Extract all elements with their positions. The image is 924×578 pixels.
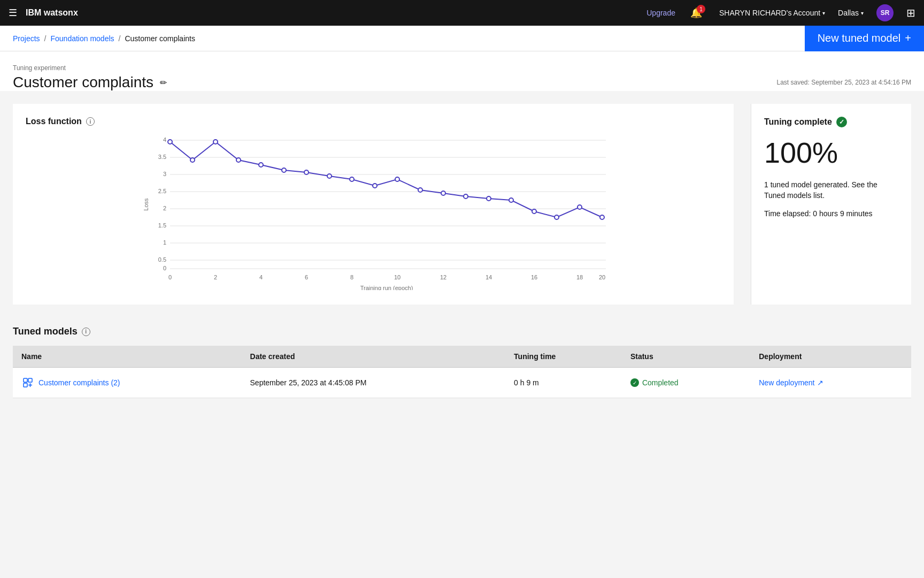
breadcrumb-foundation-models[interactable]: Foundation models xyxy=(50,34,114,43)
model-icon xyxy=(21,376,34,389)
breadcrumb-current: Customer complaints xyxy=(125,34,195,43)
svg-point-27 xyxy=(350,177,354,181)
notifications-bell[interactable]: 🔔 1 xyxy=(690,7,702,19)
upgrade-link[interactable]: Upgrade xyxy=(646,9,675,17)
svg-point-26 xyxy=(327,174,332,178)
notification-badge: 1 xyxy=(697,5,705,13)
svg-point-31 xyxy=(441,191,445,195)
svg-text:4: 4 xyxy=(259,274,263,280)
edit-icon[interactable]: ✏ xyxy=(160,78,167,88)
svg-point-21 xyxy=(213,140,218,144)
region-chevron-icon: ▾ xyxy=(861,10,864,16)
svg-rect-52 xyxy=(28,378,32,382)
region-label: Dallas xyxy=(838,9,859,17)
svg-text:10: 10 xyxy=(394,274,401,280)
last-saved: Last saved: September 25, 2023 at 4:54:1… xyxy=(777,79,912,86)
chart-info-icon[interactable]: i xyxy=(86,117,95,126)
breadcrumb-bar: Projects / Foundation models / Customer … xyxy=(0,26,924,51)
account-chevron-icon: ▾ xyxy=(822,10,825,16)
complete-check-icon: ✓ xyxy=(836,117,847,127)
breadcrumb-projects[interactable]: Projects xyxy=(13,34,40,43)
svg-text:1: 1 xyxy=(163,239,166,246)
svg-text:16: 16 xyxy=(531,274,537,280)
svg-text:14: 14 xyxy=(486,274,492,280)
loss-chart: 4 3.5 3 2.5 2 1.5 1 0.5 0 Loss xyxy=(26,135,721,292)
new-deployment-link[interactable]: New deployment ↗ xyxy=(759,378,903,387)
svg-point-34 xyxy=(509,198,513,202)
svg-text:2: 2 xyxy=(214,274,217,280)
col-date-created: Date created xyxy=(242,346,506,368)
model-name-link[interactable]: Customer complaints (2) xyxy=(21,376,233,389)
svg-point-32 xyxy=(464,194,468,199)
svg-text:20: 20 xyxy=(599,274,605,280)
svg-point-38 xyxy=(600,215,604,219)
svg-point-36 xyxy=(555,215,559,219)
tuned-models-info-icon[interactable]: i xyxy=(82,328,90,336)
svg-text:2.5: 2.5 xyxy=(158,188,166,194)
model-date-cell: September 25, 2023 at 4:45:08 PM xyxy=(242,368,506,398)
side-description: 1 tuned model generated. See the Tuned m… xyxy=(764,180,898,201)
tuned-models-title: Tuned models i xyxy=(13,326,911,337)
svg-point-33 xyxy=(487,196,491,201)
time-elapsed: Time elapsed: 0 hours 9 minutes xyxy=(764,209,898,218)
deploy-icon: ↗ xyxy=(817,378,823,387)
col-status: Status xyxy=(622,346,750,368)
svg-point-25 xyxy=(304,170,309,174)
svg-text:Training run (epoch): Training run (epoch) xyxy=(360,285,413,290)
model-name-text: Customer complaints (2) xyxy=(38,378,120,387)
svg-text:12: 12 xyxy=(440,274,446,280)
tuning-complete-label: Tuning complete xyxy=(764,117,832,127)
chart-title-text: Loss function xyxy=(26,117,82,126)
new-tuned-model-button[interactable]: New tuned model + xyxy=(805,26,924,51)
breadcrumb-sep-2: / xyxy=(119,34,121,43)
account-label: SHARYN RICHARD's Account xyxy=(719,9,820,17)
svg-text:4: 4 xyxy=(163,136,166,143)
breadcrumb-sep-1: / xyxy=(44,34,47,43)
svg-point-30 xyxy=(418,188,422,192)
chart-panel: Loss function i 4 3.5 3 2.5 2 xyxy=(13,104,734,305)
svg-text:8: 8 xyxy=(350,274,353,280)
model-deployment-cell: New deployment ↗ xyxy=(750,368,911,398)
svg-text:2: 2 xyxy=(163,205,166,211)
svg-point-35 xyxy=(532,209,536,214)
page-title-text: Customer complaints xyxy=(13,74,153,91)
new-deployment-text: New deployment xyxy=(759,378,814,387)
col-tuning-time: Tuning time xyxy=(505,346,622,368)
svg-text:18: 18 xyxy=(576,274,583,280)
svg-point-19 xyxy=(168,140,172,144)
svg-text:1.5: 1.5 xyxy=(158,222,166,229)
svg-point-23 xyxy=(259,163,263,167)
avatar[interactable]: SR xyxy=(876,4,894,21)
svg-text:0.5: 0.5 xyxy=(158,256,166,263)
app-switcher-icon[interactable]: ⊞ xyxy=(906,6,915,19)
percent-complete: 100% xyxy=(764,136,898,169)
col-name: Name xyxy=(13,346,242,368)
status-check-icon: ✓ xyxy=(630,378,639,387)
svg-text:Loss: Loss xyxy=(143,198,149,211)
svg-point-28 xyxy=(373,184,377,188)
top-navigation: ☰ IBM watsonx Upgrade 🔔 1 SHARYN RICHARD… xyxy=(0,0,924,26)
svg-point-22 xyxy=(236,158,241,162)
content-panels: Loss function i 4 3.5 3 2.5 2 xyxy=(0,95,924,313)
svg-text:6: 6 xyxy=(305,274,308,280)
tuned-models-section: Tuned models i Name Date created Tuning … xyxy=(0,313,924,398)
breadcrumb: Projects / Foundation models / Customer … xyxy=(0,34,208,43)
tuned-models-table: Name Date created Tuning time Status Dep… xyxy=(13,346,911,398)
table-row: Customer complaints (2) September 25, 20… xyxy=(13,368,911,398)
account-switcher[interactable]: SHARYN RICHARD's Account ▾ xyxy=(719,9,825,17)
menu-icon[interactable]: ☰ xyxy=(9,7,17,19)
svg-rect-53 xyxy=(24,383,27,387)
table-header-row: Name Date created Tuning time Status Dep… xyxy=(13,346,911,368)
col-deployment: Deployment xyxy=(750,346,911,368)
new-tuned-model-label: New tuned model xyxy=(818,32,901,44)
bottom-spacer xyxy=(0,398,924,441)
plus-icon: + xyxy=(905,32,911,44)
region-switcher[interactable]: Dallas ▾ xyxy=(838,9,864,17)
experiment-label: Tuning experiment xyxy=(13,64,911,72)
model-status-cell: ✓ Completed xyxy=(622,368,750,398)
svg-point-29 xyxy=(395,177,399,181)
svg-text:3.5: 3.5 xyxy=(158,154,166,160)
svg-point-37 xyxy=(578,205,582,209)
title-row: Customer complaints ✏ Last saved: Septem… xyxy=(13,74,911,91)
model-tuning-time-cell: 0 h 9 m xyxy=(505,368,622,398)
